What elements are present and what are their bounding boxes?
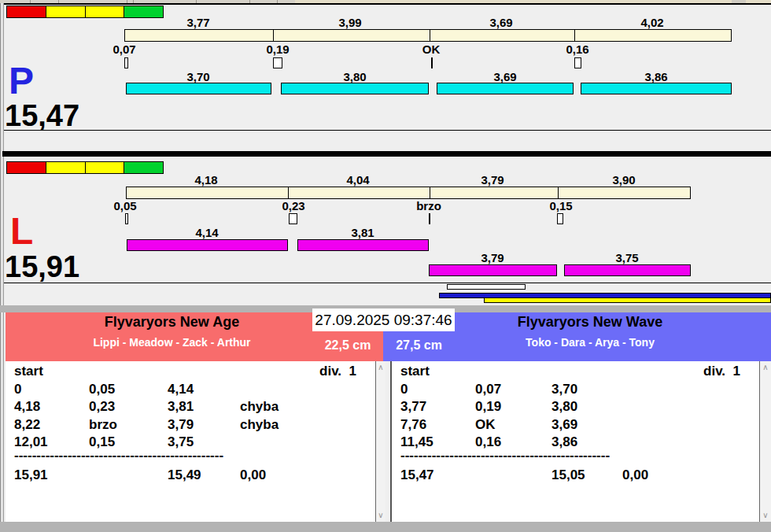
segment-bar: [127, 239, 288, 251]
header-division: div. 1: [671, 364, 740, 379]
cell-gap: 0,16: [475, 434, 501, 450]
cell-split: 3,69: [552, 417, 577, 433]
status-cell-yellow: [46, 6, 86, 18]
gap-label: 0,16: [540, 43, 615, 55]
segment-bar: [281, 83, 429, 94]
progress-bar-white: [447, 284, 526, 290]
status-cell-yellow: [85, 6, 125, 18]
split-time-label: 3,77: [160, 17, 236, 28]
scroll-down-icon[interactable]: ∨: [762, 511, 768, 520]
header-division: div. 1: [287, 364, 356, 379]
segment-bar: [564, 264, 691, 276]
split-divider: [558, 187, 559, 198]
cell-gap: 0,19: [475, 399, 501, 415]
status-cell-green: [124, 6, 164, 18]
lane-l-status-strip: [6, 161, 164, 174]
split-time-label: 3,69: [463, 17, 539, 28]
scroll-up-icon[interactable]: ∧: [378, 363, 383, 372]
lane-total-time: 15,91: [5, 252, 79, 282]
gap-label: brzo: [391, 200, 467, 212]
lane-total-time: 15,47: [5, 101, 79, 131]
segment-label: 3,86: [618, 71, 694, 83]
split-time-label: 4,04: [320, 174, 396, 186]
team-left-members: Lippi - Meadow - Zack - Arthur: [6, 336, 338, 350]
cell-time: 4,18: [14, 399, 40, 415]
status-cell-red: [6, 161, 46, 174]
segment-label: 3,79: [455, 252, 530, 264]
cell-split: 3,86: [552, 434, 577, 450]
lane-l-split-bar: [126, 187, 691, 199]
datetime-text: 27.09.2025 09:37:46: [315, 312, 452, 329]
cell-split: 3,70: [552, 382, 577, 397]
segment-label: 3,69: [467, 71, 543, 83]
status-cell-red: [6, 6, 46, 18]
cell-gap: 0,23: [89, 399, 115, 415]
split-divider: [574, 30, 575, 41]
lane-p-status-strip: [6, 6, 164, 18]
scrollbar-right-table[interactable]: ∧ ∨: [759, 361, 771, 522]
cell-split: 3,79: [168, 417, 194, 433]
panel-divider-line: [4, 130, 771, 131]
split-divider: [430, 30, 430, 41]
split-time-label: 3,79: [455, 174, 530, 186]
segment-label: 4,14: [169, 227, 245, 238]
timing-app-window: 3,77 3,99 3,69 4,02 0,07 0,19 OK 0,16 3,…: [0, 0, 771, 532]
window-bottom-edge: [0, 522, 771, 532]
cell-split: 3,75: [168, 434, 194, 450]
team-left-name: Flyvaryors New Age: [6, 314, 338, 330]
split-divider: [288, 187, 289, 198]
gap-label: 0,05: [87, 200, 163, 212]
split-time-label: 3,90: [586, 174, 662, 186]
team-right-members: Toko - Dara - Arya - Tony: [409, 336, 771, 350]
segment-bar: [429, 264, 557, 276]
cell-time: 0: [14, 382, 21, 397]
cell-time: 12,01: [14, 434, 48, 450]
gap-label: 0,19: [240, 43, 315, 55]
gap-mark: [124, 57, 128, 68]
scroll-up-icon[interactable]: ∧: [762, 363, 768, 372]
table-separator: ----------------------------------------…: [14, 450, 231, 461]
cell-gap: OK: [475, 417, 496, 433]
lane-letter: L: [10, 212, 33, 250]
status-cell-green: [124, 161, 164, 174]
segment-bar: [437, 83, 574, 94]
segment-label: 3,81: [325, 227, 400, 238]
results-table-left: start div. 1 0 0,05 4,14 4,18 0,23 3,81 …: [6, 361, 375, 522]
gap-label: 0,15: [523, 200, 599, 212]
cell-time: 11,45: [400, 434, 433, 450]
window-top-border: [0, 3, 771, 5]
gap-label: 0,07: [87, 43, 162, 55]
header-start: start: [400, 364, 430, 379]
results-table-right: start div. 1 0 0,07 3,70 3,77 0,19 3,80 …: [391, 361, 760, 522]
split-time-label: 3,99: [312, 17, 388, 28]
gap-mark: [574, 57, 581, 68]
distance-left-label: 22,5 cm: [312, 334, 383, 356]
table-row: 7,76 OK 3,69: [392, 417, 760, 433]
table-row: 12,01 0,15 3,75: [6, 434, 375, 450]
total-segments: 15,49: [168, 467, 201, 483]
split-time-label: 4,18: [168, 174, 244, 186]
cell-time: 8,22: [14, 417, 40, 433]
cell-note: chyba: [240, 399, 279, 415]
status-cell-yellow: [85, 161, 125, 174]
status-cell-yellow: [46, 161, 86, 174]
segment-label: 3,70: [160, 71, 236, 83]
gap-label: 0,23: [256, 200, 331, 212]
total-penalty: 0,00: [622, 467, 648, 483]
table-separator: ----------------------------------------…: [400, 450, 618, 461]
gap-label: OK: [393, 43, 469, 55]
cell-time: 7,76: [400, 417, 426, 433]
table-row: 8,22 brzo 3,79 chyba: [6, 417, 375, 433]
total-segments: 15,05: [552, 467, 585, 483]
scrollbar-left-table[interactable]: ∧ ∨: [375, 361, 386, 522]
segment-bar: [126, 83, 271, 94]
lane-letter: P: [9, 62, 34, 100]
table-totals-row: 15,47 15,05 0,00: [392, 467, 760, 483]
total-time: 15,47: [400, 467, 434, 483]
gap-line-mark: [431, 57, 433, 68]
split-divider: [273, 30, 274, 41]
cell-time: 0: [400, 382, 408, 397]
total-time: 15,91: [14, 467, 48, 483]
lane-separator-bar: [2, 151, 771, 157]
scroll-down-icon[interactable]: ∨: [378, 511, 383, 520]
